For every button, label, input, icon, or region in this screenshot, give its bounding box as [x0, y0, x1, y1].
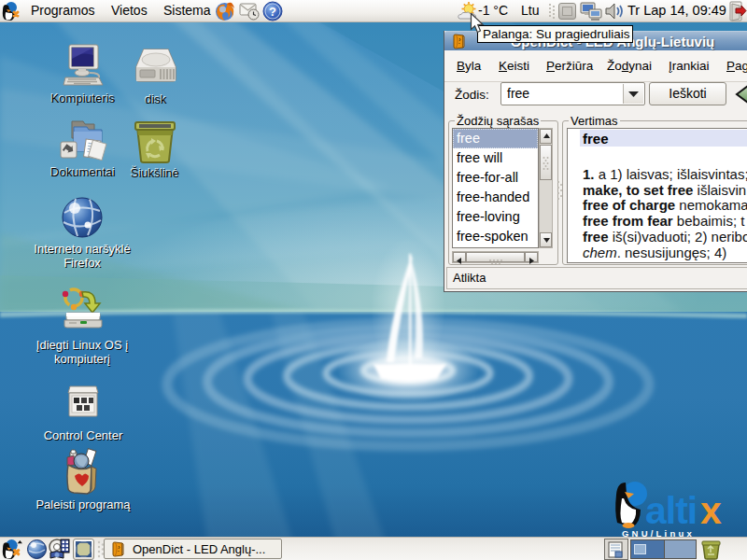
svg-text:x: x	[700, 489, 722, 532]
svg-text:alti: alti	[645, 489, 697, 532]
svg-text:?: ?	[269, 5, 276, 19]
